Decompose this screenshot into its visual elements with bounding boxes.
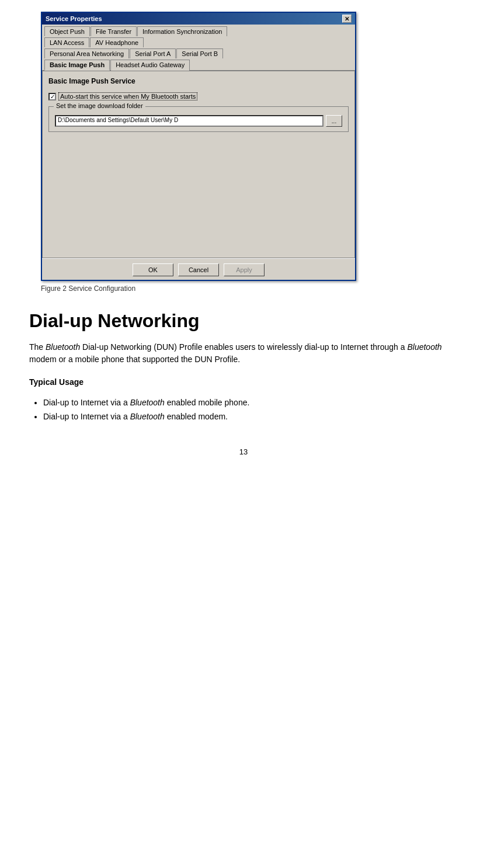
tab-serial-port-b[interactable]: Serial Port B [176, 48, 223, 58]
tab-row-1: Object Push File Transfer Information Sy… [42, 25, 355, 36]
bullet-list: Dial-up to Internet via a Bluetooth enab… [43, 396, 458, 424]
cancel-button[interactable]: Cancel [178, 263, 219, 276]
dialog-content: Basic Image Push Service ✓ Auto-start th… [42, 71, 355, 258]
folder-group-box: Set the image download folder D:\Documen… [48, 106, 349, 132]
dialog-buttons: OK Cancel Apply [42, 258, 355, 280]
group-box-legend: Set the image download folder [54, 102, 145, 109]
tab-pan[interactable]: Personal Area Networking [44, 48, 129, 58]
tab-object-push[interactable]: Object Push [44, 26, 90, 36]
service-title: Basic Image Push Service [48, 77, 349, 85]
tab-headset-audio-gateway[interactable]: Headset Audio Gateway [110, 60, 190, 71]
typical-usage-heading: Typical Usage [29, 377, 458, 387]
tab-row-2: LAN Access AV Headphone [42, 36, 355, 47]
dialog-title: Service Properties [46, 15, 102, 22]
list-item: Dial-up to Internet via a Bluetooth enab… [43, 396, 458, 410]
list-item: Dial-up to Internet via a Bluetooth enab… [43, 410, 458, 424]
tab-row-4: Basic Image Push Headset Audio Gateway [42, 58, 355, 71]
tab-av-headphone[interactable]: AV Headphone [90, 37, 144, 47]
tab-lan-access[interactable]: LAN Access [44, 37, 89, 47]
ok-button[interactable]: OK [133, 263, 173, 276]
browse-button[interactable]: ... [326, 115, 342, 127]
tab-row-3: Personal Area Networking Serial Port A S… [42, 47, 355, 58]
figure-caption: Figure 2 Service Configuration [41, 284, 135, 293]
tab-basic-image-push[interactable]: Basic Image Push [44, 60, 110, 71]
tab-file-transfer[interactable]: File Transfer [91, 26, 137, 36]
autostart-checkbox[interactable]: ✓ [48, 93, 56, 100]
apply-button[interactable]: Apply [224, 263, 265, 276]
close-button[interactable]: ✕ [342, 15, 352, 23]
section-heading: Dial-up Networking [29, 310, 458, 332]
body-paragraph: The Bluetooth Dial-up Networking (DUN) P… [29, 341, 458, 366]
main-content: Dial-up Networking The Bluetooth Dial-up… [23, 310, 464, 424]
page-number: 13 [23, 447, 464, 456]
tab-serial-port-a[interactable]: Serial Port A [130, 48, 176, 58]
dialog-titlebar: Service Properties ✕ [42, 13, 355, 25]
folder-row: D:\Documents and Settings\Default User\M… [55, 115, 342, 127]
autostart-checkbox-row: ✓ Auto-start this service when My Blueto… [48, 92, 349, 100]
autostart-label: Auto-start this service when My Bluetoot… [58, 92, 197, 100]
folder-path-input[interactable]: D:\Documents and Settings\Default User\M… [55, 115, 323, 127]
service-properties-dialog: Service Properties ✕ Object Push File Tr… [41, 12, 356, 281]
tab-info-sync[interactable]: Information Synchronization [137, 26, 227, 36]
